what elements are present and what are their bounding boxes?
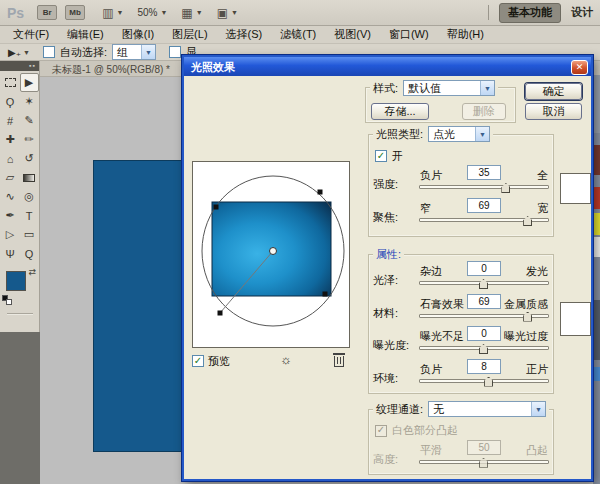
style-select[interactable]: 默认值 ▼ xyxy=(403,80,495,96)
light-on-checkbox[interactable]: ✓ xyxy=(375,150,387,162)
close-icon[interactable]: ✕ xyxy=(571,60,588,75)
auto-select-checkbox[interactable] xyxy=(43,46,55,58)
material-slider-thumb[interactable] xyxy=(523,312,532,322)
light-handle[interactable] xyxy=(323,292,328,297)
view-extras-button[interactable]: ▦ ▼ xyxy=(181,7,202,19)
save-style-button[interactable]: 存储... xyxy=(371,103,429,120)
workspace-design-button[interactable]: 设计 xyxy=(571,5,593,20)
light-color-swatch[interactable] xyxy=(560,173,591,204)
light-handle[interactable] xyxy=(218,311,223,316)
arrange-documents-button[interactable]: ▥ ▼ xyxy=(102,7,123,19)
intensity-slider-track[interactable] xyxy=(419,185,549,189)
foreground-color-swatch[interactable] xyxy=(6,271,26,291)
rectangle-tool[interactable]: ▭ xyxy=(20,225,39,244)
eraser-tool[interactable]: ▱ xyxy=(1,168,20,187)
gloss-slider-track[interactable] xyxy=(419,281,549,285)
white-is-high-checkbox[interactable]: ✓ xyxy=(375,425,387,437)
height-value-input[interactable]: 50 xyxy=(467,440,501,455)
new-light-bulb-icon[interactable]: ☼ xyxy=(280,353,292,367)
preview-checkbox[interactable]: ✓ xyxy=(192,355,204,367)
focus-slider-thumb[interactable] xyxy=(523,216,532,226)
light-preview[interactable] xyxy=(192,161,350,348)
exposure-slider-thumb[interactable] xyxy=(479,344,488,354)
bridge-button[interactable]: Br xyxy=(37,5,57,20)
white-is-high-label: 白色部分凸起 xyxy=(392,423,458,438)
material-min-label: 石膏效果 xyxy=(420,297,464,312)
eyedropper-tool[interactable]: ✎ xyxy=(20,111,39,130)
height-slider-thumb[interactable] xyxy=(479,458,488,468)
rectangular-marquee-tool[interactable] xyxy=(1,73,20,92)
pen-tool[interactable]: ✒ xyxy=(1,206,20,225)
document-tab[interactable]: 未标题-1 @ 50%(RGB/8) * xyxy=(52,64,170,75)
screen-mode-button[interactable]: ▣ ▼ xyxy=(217,7,238,19)
smudge-tool[interactable]: ∿ xyxy=(1,187,20,206)
focus-label: 聚焦: xyxy=(373,198,419,231)
menu-item-选择S[interactable]: 选择(S) xyxy=(217,25,272,45)
healing-brush-tool[interactable]: ✚ xyxy=(1,130,20,149)
ambience-value-input[interactable]: 8 xyxy=(467,359,501,374)
focus-slider-track[interactable] xyxy=(419,218,549,222)
view-extras-icon: ▦ xyxy=(181,7,192,19)
path-selection-tool[interactable]: ▷ xyxy=(1,225,20,244)
ok-button[interactable]: 确定 xyxy=(525,83,582,100)
ambience-label: 环境: xyxy=(373,359,419,392)
intensity-value-input[interactable]: 35 xyxy=(467,165,501,180)
menu-item-帮助H[interactable]: 帮助(H) xyxy=(438,25,493,45)
auto-select-scope-select[interactable]: 组 ▼ xyxy=(112,44,156,60)
crop-tool[interactable]: # xyxy=(1,111,20,130)
menu-item-视图V[interactable]: 视图(V) xyxy=(325,25,380,45)
gloss-value-input[interactable]: 0 xyxy=(467,261,501,276)
document-image xyxy=(93,160,183,452)
light-center-handle[interactable] xyxy=(270,248,277,255)
ambience-slider-track[interactable] xyxy=(419,379,549,383)
brush-tool-icon: ✏ xyxy=(24,133,33,146)
menu-item-图像I[interactable]: 图像(I) xyxy=(113,25,163,45)
clone-stamp-tool[interactable]: ⌂ xyxy=(1,149,20,168)
texture-channel-select[interactable]: 无 ▼ xyxy=(428,401,546,417)
exposure-value-input[interactable]: 0 xyxy=(467,326,501,341)
exposure-slider-track[interactable] xyxy=(419,346,549,350)
clone-stamp-tool-icon: ⌂ xyxy=(7,153,14,165)
dodge-tool[interactable]: ◎ xyxy=(20,187,39,206)
focus-value-input[interactable]: 69 xyxy=(467,198,501,213)
mini-bridge-button[interactable]: Mb xyxy=(65,5,85,20)
height-slider-track[interactable] xyxy=(419,460,549,464)
light-handle[interactable] xyxy=(214,205,219,210)
gradient-tool[interactable] xyxy=(20,168,39,187)
material-slider-track[interactable] xyxy=(419,314,549,318)
menu-item-编辑E[interactable]: 编辑(E) xyxy=(58,25,113,45)
zoom-tool[interactable]: Q xyxy=(20,244,39,263)
ambience-slider-thumb[interactable] xyxy=(484,377,493,387)
swap-colors-icon[interactable]: ⇄ xyxy=(28,267,36,277)
delete-style-button[interactable]: 删除 xyxy=(462,103,506,120)
type-tool[interactable]: T xyxy=(20,206,39,225)
move-tool[interactable]: ▶ xyxy=(20,73,39,92)
gloss-slider-thumb[interactable] xyxy=(479,279,488,289)
cancel-button[interactable]: 取消 xyxy=(525,103,582,120)
delete-light-trash-icon[interactable] xyxy=(334,356,344,367)
tool-preset-picker[interactable]: ▶₊ ▼ xyxy=(8,47,30,58)
menu-item-滤镜T[interactable]: 滤镜(T) xyxy=(271,25,325,45)
show-transform-checkbox[interactable] xyxy=(169,46,181,58)
default-colors-icon[interactable] xyxy=(2,295,12,305)
panel-fragment xyxy=(593,237,600,257)
ambient-color-swatch[interactable] xyxy=(560,302,591,336)
light-handle[interactable] xyxy=(318,190,323,195)
brush-tool[interactable]: ✏ xyxy=(20,130,39,149)
toolbar-collapse-button[interactable]: ▪▪ xyxy=(0,61,39,71)
light-type-select[interactable]: 点光 ▼ xyxy=(428,126,490,142)
workspace-essentials-button[interactable]: 基本功能 xyxy=(499,3,561,23)
quick-selection-tool[interactable]: ✶ xyxy=(20,92,39,111)
menu-item-图层L[interactable]: 图层(L) xyxy=(163,25,216,45)
history-brush-tool[interactable]: ↺ xyxy=(20,149,39,168)
menu-item-窗口W[interactable]: 窗口(W) xyxy=(380,25,438,45)
ambience-slider: 负片8正片 xyxy=(419,359,549,392)
material-label: 材料: xyxy=(373,294,419,327)
menu-item-文件F[interactable]: 文件(F) xyxy=(4,25,58,45)
hand-tool[interactable]: Ψ xyxy=(1,244,20,263)
focus-max-label: 宽 xyxy=(537,201,548,216)
zoom-level-select[interactable]: 50% ▼ xyxy=(137,7,167,18)
material-value-input[interactable]: 69 xyxy=(467,294,501,309)
intensity-slider-thumb[interactable] xyxy=(501,183,510,193)
lasso-tool[interactable]: Ϙ xyxy=(1,92,20,111)
